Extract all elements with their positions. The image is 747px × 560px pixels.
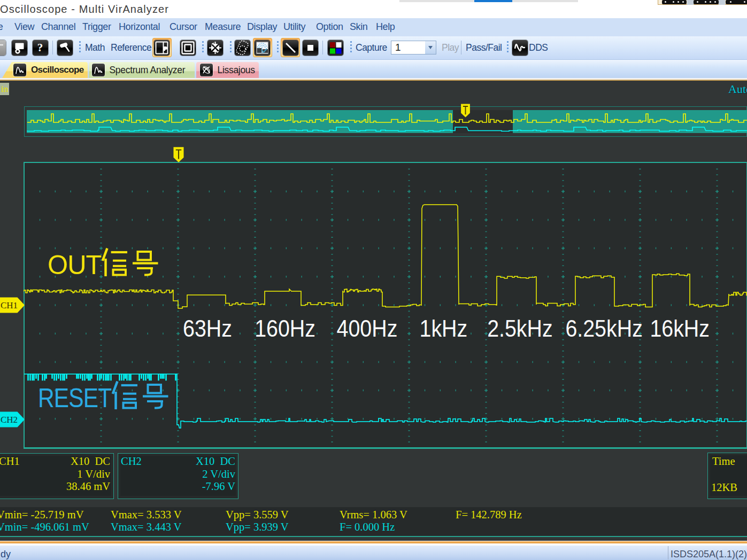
- svg-text:CH1: CH1: [1, 300, 18, 310]
- svg-text:CH2: CH2: [1, 415, 18, 425]
